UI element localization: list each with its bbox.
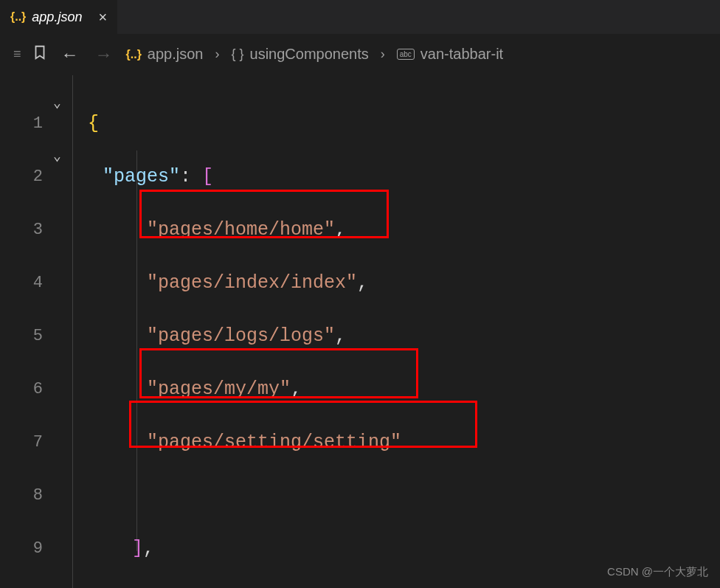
breadcrumb-item[interactable]: abc van-tabbar-it (397, 46, 503, 63)
code-line[interactable]: "pages/index/index", (73, 257, 720, 310)
breadcrumb-item[interactable]: { } usingComponents (231, 46, 368, 63)
json-icon: {..} (126, 48, 142, 61)
code-line[interactable]: "pages/setting/setting" (73, 416, 720, 469)
braces-icon: { } (231, 46, 243, 62)
line-number: 8 (0, 469, 72, 522)
token-bracket: ] (132, 522, 143, 575)
bookmark-icon[interactable] (32, 44, 48, 64)
menu-icon[interactable]: ≡ (13, 46, 21, 62)
fold-chevron-icon[interactable]: ⌄ (53, 94, 61, 111)
json-file-icon: {..} (10, 10, 26, 24)
line-number: 3 (0, 204, 72, 257)
breadcrumb-item[interactable]: {..} app.json (126, 46, 204, 63)
line-number: 4 (0, 257, 72, 310)
token-str: "pages/my/my" (147, 363, 291, 416)
code-content[interactable]: {"pages": ["pages/home/home","pages/inde… (72, 75, 720, 588)
line-number: 6 (0, 363, 72, 416)
line-number: 7 (0, 416, 72, 469)
code-line[interactable]: "pages/my/my", (73, 363, 720, 416)
watermark: CSDN @一个大萝北 (607, 565, 708, 579)
token-comma: , (335, 310, 346, 363)
token-str: "pages/home/home" (147, 204, 335, 257)
code-line[interactable] (73, 469, 720, 522)
line-number: 9 (0, 522, 72, 575)
breadcrumb-label: van-tabbar-it (420, 46, 503, 63)
code-line[interactable]: { (73, 97, 720, 151)
fold-chevron-icon[interactable]: ⌄ (53, 148, 61, 164)
token-comma: , (357, 257, 368, 310)
token-comma: , (291, 363, 302, 416)
string-icon: abc (397, 49, 415, 60)
token-brace: { (88, 97, 99, 151)
code-line[interactable]: "pages/home/home", (73, 204, 720, 257)
tab-spacer (118, 0, 720, 34)
code-line[interactable]: "pages": [ (73, 151, 720, 204)
token-comma: , (335, 204, 346, 257)
line-number: 5 (0, 310, 72, 363)
token-bracket: [ (202, 151, 213, 204)
chevron-right-icon: › (213, 46, 221, 62)
line-gutter: ⌄ ⌄ 1 2 3 4 5 6 7 8 9 (0, 75, 72, 588)
token-colon: : (180, 151, 202, 204)
token-str: "pages/index/index" (147, 257, 357, 310)
code-line[interactable]: "pages/logs/logs", (73, 310, 720, 363)
tab-title: app.json (32, 10, 82, 25)
breadcrumb-label: usingComponents (250, 46, 369, 63)
line-number: 2 (0, 151, 72, 204)
nav-back-icon[interactable]: ← (58, 44, 82, 65)
chevron-right-icon: › (379, 46, 387, 62)
breadcrumb-bar: ≡ ← → {..} app.json › { } usingComponent… (0, 34, 720, 75)
token-str: "pages/logs/logs" (147, 310, 335, 363)
tab-bar: {..} app.json × (0, 0, 720, 34)
code-editor[interactable]: ⌄ ⌄ 1 2 3 4 5 6 7 8 9 {"pages": ["pages/… (0, 75, 720, 588)
close-icon[interactable]: × (98, 9, 107, 26)
breadcrumb-label: app.json (148, 46, 204, 63)
token-comma: , (143, 522, 154, 575)
line-number: 1 (0, 97, 72, 151)
token-str: "pages/setting/setting" (147, 416, 401, 469)
nav-forward-icon[interactable]: → (92, 44, 116, 65)
token-key: "pages" (103, 151, 180, 204)
tab-active[interactable]: {..} app.json × (0, 0, 118, 34)
